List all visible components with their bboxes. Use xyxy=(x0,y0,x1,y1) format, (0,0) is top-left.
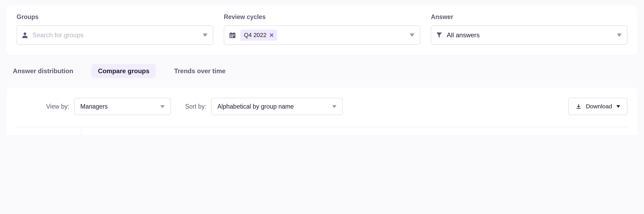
svg-rect-8 xyxy=(232,36,233,37)
svg-rect-5 xyxy=(232,35,233,36)
chevron-down-icon xyxy=(617,34,622,37)
review-cycles-chips: Q4 2022 xyxy=(240,29,410,41)
chevron-down-icon xyxy=(410,34,414,37)
svg-rect-3 xyxy=(234,32,234,34)
view-by-value: Managers xyxy=(80,103,108,110)
caret-down-icon xyxy=(616,105,620,108)
svg-rect-6 xyxy=(234,35,235,36)
sort-by-select[interactable]: Alphabetical by group name xyxy=(211,98,343,115)
filter-groups-label: Groups xyxy=(17,13,213,21)
groups-placeholder: Search for groups xyxy=(32,31,203,39)
view-by-label: View by: xyxy=(46,103,69,110)
svg-rect-4 xyxy=(230,35,231,36)
review-cycles-dropdown[interactable]: Q4 2022 xyxy=(224,25,420,45)
filter-groups: Groups Search for groups xyxy=(17,13,213,45)
toolbar: View by: Managers Sort by: Alphabetical … xyxy=(17,98,627,115)
chip-label: Q4 2022 xyxy=(244,32,267,39)
sort-by-value: Alphabetical by group name xyxy=(217,103,294,110)
close-icon[interactable] xyxy=(270,33,273,37)
filter-answer-label: Answer xyxy=(431,13,627,21)
answer-value: All answers xyxy=(447,31,617,39)
groups-dropdown[interactable]: Search for groups xyxy=(17,25,213,45)
filter-review-cycles-label: Review cycles xyxy=(224,13,420,21)
answer-dropdown[interactable]: All answers xyxy=(431,25,627,45)
filter-card: Groups Search for groups Review cycles xyxy=(6,5,638,55)
filter-icon xyxy=(436,32,442,38)
calendar-icon xyxy=(230,32,235,38)
sort-by-label: Sort by: xyxy=(185,103,206,110)
filter-review-cycles: Review cycles Q4 2022 xyxy=(224,13,420,45)
person-icon xyxy=(22,32,28,38)
download-icon xyxy=(576,104,582,109)
tabs: Answer distribution Compare groups Trend… xyxy=(0,55,644,83)
filter-answer: Answer All answers xyxy=(431,13,627,45)
content-card: View by: Managers Sort by: Alphabetical … xyxy=(6,88,638,135)
view-by-select[interactable]: Managers xyxy=(74,98,171,115)
table-header-divider xyxy=(17,127,627,135)
tab-compare-groups[interactable]: Compare groups xyxy=(91,64,156,78)
download-button[interactable]: Download xyxy=(568,98,627,115)
svg-point-0 xyxy=(24,32,26,35)
chevron-down-icon xyxy=(160,105,165,108)
review-cycle-chip: Q4 2022 xyxy=(240,29,277,41)
tab-trends-over-time[interactable]: Trends over time xyxy=(168,64,232,78)
chevron-down-icon xyxy=(203,34,208,37)
svg-rect-2 xyxy=(231,32,231,34)
svg-rect-7 xyxy=(230,36,231,37)
download-label: Download xyxy=(586,103,612,110)
chevron-down-icon xyxy=(332,105,336,108)
tab-answer-distribution[interactable]: Answer distribution xyxy=(12,64,80,78)
